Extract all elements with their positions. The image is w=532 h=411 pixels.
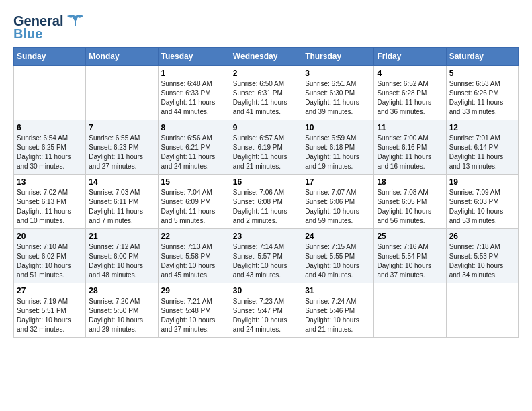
day-cell: 30Sunrise: 7:23 AMSunset: 5:47 PMDayligh… bbox=[230, 283, 302, 338]
day-cell: 9Sunrise: 6:57 AMSunset: 6:19 PMDaylight… bbox=[230, 120, 302, 175]
day-number: 13 bbox=[17, 177, 83, 187]
day-header-wednesday: Wednesday bbox=[230, 48, 302, 66]
day-cell: 12Sunrise: 7:01 AMSunset: 6:14 PMDayligh… bbox=[446, 120, 518, 175]
day-info: Sunrise: 7:19 AMSunset: 5:51 PMDaylight:… bbox=[17, 297, 83, 334]
day-number: 26 bbox=[449, 232, 515, 241]
day-number: 5 bbox=[449, 68, 515, 78]
day-number: 14 bbox=[89, 177, 154, 187]
day-info: Sunrise: 6:52 AMSunset: 6:28 PMDaylight:… bbox=[377, 79, 443, 117]
day-number: 31 bbox=[305, 286, 371, 295]
week-row-5: 27Sunrise: 7:19 AMSunset: 5:51 PMDayligh… bbox=[14, 283, 519, 338]
day-cell: 24Sunrise: 7:15 AMSunset: 5:55 PMDayligh… bbox=[302, 229, 374, 283]
day-info: Sunrise: 7:00 AMSunset: 6:16 PMDaylight:… bbox=[377, 134, 443, 171]
day-cell: 29Sunrise: 7:21 AMSunset: 5:48 PMDayligh… bbox=[158, 283, 230, 338]
day-cell: 18Sunrise: 7:08 AMSunset: 6:05 PMDayligh… bbox=[374, 175, 446, 229]
day-number: 17 bbox=[305, 177, 371, 187]
week-row-3: 13Sunrise: 7:02 AMSunset: 6:13 PMDayligh… bbox=[14, 175, 519, 229]
day-cell: 20Sunrise: 7:10 AMSunset: 6:02 PMDayligh… bbox=[14, 229, 86, 283]
page-header: General Blue bbox=[13, 13, 519, 40]
day-number: 3 bbox=[305, 68, 371, 78]
day-number: 29 bbox=[161, 286, 227, 295]
day-number: 6 bbox=[17, 123, 83, 132]
day-header-thursday: Thursday bbox=[302, 48, 374, 66]
day-info: Sunrise: 6:59 AMSunset: 6:18 PMDaylight:… bbox=[305, 134, 371, 171]
day-number: 24 bbox=[305, 232, 371, 241]
day-info: Sunrise: 7:13 AMSunset: 5:58 PMDaylight:… bbox=[161, 242, 227, 280]
day-number: 23 bbox=[233, 232, 299, 241]
day-number: 9 bbox=[233, 123, 299, 132]
day-number: 12 bbox=[449, 123, 515, 132]
day-cell: 16Sunrise: 7:06 AMSunset: 6:08 PMDayligh… bbox=[230, 175, 302, 229]
logo: General Blue bbox=[13, 13, 85, 40]
day-info: Sunrise: 7:20 AMSunset: 5:50 PMDaylight:… bbox=[89, 297, 154, 334]
day-info: Sunrise: 7:06 AMSunset: 6:08 PMDaylight:… bbox=[233, 188, 299, 226]
day-number: 11 bbox=[377, 123, 443, 132]
day-cell: 1Sunrise: 6:48 AMSunset: 6:33 PMDaylight… bbox=[158, 66, 230, 120]
week-row-2: 6Sunrise: 6:54 AMSunset: 6:25 PMDaylight… bbox=[14, 120, 519, 175]
day-cell bbox=[374, 283, 446, 338]
day-number: 16 bbox=[233, 177, 299, 187]
day-info: Sunrise: 6:57 AMSunset: 6:19 PMDaylight:… bbox=[233, 134, 299, 171]
day-number: 25 bbox=[377, 232, 443, 241]
day-number: 28 bbox=[89, 286, 154, 295]
day-info: Sunrise: 7:12 AMSunset: 6:00 PMDaylight:… bbox=[89, 242, 154, 280]
day-number: 10 bbox=[305, 123, 371, 132]
logo-blue-text: Blue bbox=[13, 27, 42, 40]
day-info: Sunrise: 6:48 AMSunset: 6:33 PMDaylight:… bbox=[161, 79, 227, 117]
day-info: Sunrise: 7:21 AMSunset: 5:48 PMDaylight:… bbox=[161, 297, 227, 334]
day-info: Sunrise: 7:07 AMSunset: 6:06 PMDaylight:… bbox=[305, 188, 371, 226]
day-cell: 4Sunrise: 6:52 AMSunset: 6:28 PMDaylight… bbox=[374, 66, 446, 120]
logo-text: General bbox=[13, 14, 63, 28]
day-number: 30 bbox=[233, 286, 299, 295]
day-cell: 14Sunrise: 7:03 AMSunset: 6:11 PMDayligh… bbox=[86, 175, 158, 229]
day-info: Sunrise: 7:23 AMSunset: 5:47 PMDaylight:… bbox=[233, 297, 299, 334]
day-info: Sunrise: 7:16 AMSunset: 5:54 PMDaylight:… bbox=[377, 242, 443, 280]
day-header-friday: Friday bbox=[374, 48, 446, 66]
header-row: SundayMondayTuesdayWednesdayThursdayFrid… bbox=[14, 48, 519, 66]
day-number: 22 bbox=[161, 232, 227, 241]
week-row-1: 1Sunrise: 6:48 AMSunset: 6:33 PMDaylight… bbox=[14, 66, 519, 120]
calendar-table: SundayMondayTuesdayWednesdayThursdayFrid… bbox=[13, 47, 519, 338]
day-info: Sunrise: 6:50 AMSunset: 6:31 PMDaylight:… bbox=[233, 79, 299, 117]
day-header-monday: Monday bbox=[86, 48, 158, 66]
day-number: 8 bbox=[161, 123, 227, 132]
day-cell: 26Sunrise: 7:18 AMSunset: 5:53 PMDayligh… bbox=[446, 229, 518, 283]
day-cell: 7Sunrise: 6:55 AMSunset: 6:23 PMDaylight… bbox=[86, 120, 158, 175]
day-number: 15 bbox=[161, 177, 227, 187]
logo-bird-icon bbox=[66, 13, 85, 28]
day-cell: 10Sunrise: 6:59 AMSunset: 6:18 PMDayligh… bbox=[302, 120, 374, 175]
day-cell: 5Sunrise: 6:53 AMSunset: 6:26 PMDaylight… bbox=[446, 66, 518, 120]
day-info: Sunrise: 7:18 AMSunset: 5:53 PMDaylight:… bbox=[449, 242, 515, 280]
day-info: Sunrise: 7:04 AMSunset: 6:09 PMDaylight:… bbox=[161, 188, 227, 226]
day-number: 20 bbox=[17, 232, 83, 241]
day-cell: 15Sunrise: 7:04 AMSunset: 6:09 PMDayligh… bbox=[158, 175, 230, 229]
day-number: 21 bbox=[89, 232, 154, 241]
day-number: 7 bbox=[89, 123, 154, 132]
day-number: 1 bbox=[161, 68, 227, 78]
day-cell: 28Sunrise: 7:20 AMSunset: 5:50 PMDayligh… bbox=[86, 283, 158, 338]
day-cell: 11Sunrise: 7:00 AMSunset: 6:16 PMDayligh… bbox=[374, 120, 446, 175]
day-number: 4 bbox=[377, 68, 443, 78]
day-info: Sunrise: 7:02 AMSunset: 6:13 PMDaylight:… bbox=[17, 188, 83, 226]
day-cell: 3Sunrise: 6:51 AMSunset: 6:30 PMDaylight… bbox=[302, 66, 374, 120]
day-header-sunday: Sunday bbox=[14, 48, 86, 66]
day-info: Sunrise: 6:55 AMSunset: 6:23 PMDaylight:… bbox=[89, 134, 154, 171]
week-row-4: 20Sunrise: 7:10 AMSunset: 6:02 PMDayligh… bbox=[14, 229, 519, 283]
day-info: Sunrise: 7:15 AMSunset: 5:55 PMDaylight:… bbox=[305, 242, 371, 280]
day-info: Sunrise: 7:14 AMSunset: 5:57 PMDaylight:… bbox=[233, 242, 299, 280]
day-cell: 6Sunrise: 6:54 AMSunset: 6:25 PMDaylight… bbox=[14, 120, 86, 175]
day-info: Sunrise: 7:24 AMSunset: 5:46 PMDaylight:… bbox=[305, 297, 371, 334]
day-info: Sunrise: 6:51 AMSunset: 6:30 PMDaylight:… bbox=[305, 79, 371, 117]
day-cell: 2Sunrise: 6:50 AMSunset: 6:31 PMDaylight… bbox=[230, 66, 302, 120]
day-cell: 19Sunrise: 7:09 AMSunset: 6:03 PMDayligh… bbox=[446, 175, 518, 229]
day-cell bbox=[86, 66, 158, 120]
day-info: Sunrise: 6:53 AMSunset: 6:26 PMDaylight:… bbox=[449, 79, 515, 117]
day-number: 27 bbox=[17, 286, 83, 295]
day-info: Sunrise: 7:08 AMSunset: 6:05 PMDaylight:… bbox=[377, 188, 443, 226]
day-info: Sunrise: 7:01 AMSunset: 6:14 PMDaylight:… bbox=[449, 134, 515, 171]
day-cell: 27Sunrise: 7:19 AMSunset: 5:51 PMDayligh… bbox=[14, 283, 86, 338]
day-cell bbox=[14, 66, 86, 120]
day-cell: 25Sunrise: 7:16 AMSunset: 5:54 PMDayligh… bbox=[374, 229, 446, 283]
day-info: Sunrise: 7:09 AMSunset: 6:03 PMDaylight:… bbox=[449, 188, 515, 226]
day-info: Sunrise: 7:10 AMSunset: 6:02 PMDaylight:… bbox=[17, 242, 83, 280]
